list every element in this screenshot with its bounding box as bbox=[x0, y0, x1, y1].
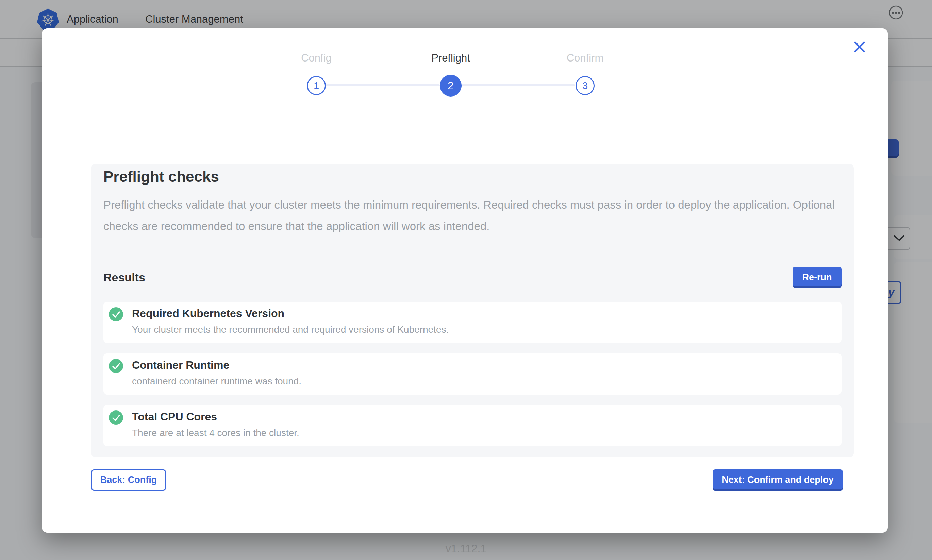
check-description: Your cluster meets the recommended and r… bbox=[132, 324, 449, 335]
close-icon[interactable] bbox=[852, 39, 868, 55]
check-title: Total CPU Cores bbox=[132, 411, 217, 423]
step-circle-2[interactable]: 2 bbox=[440, 75, 461, 97]
next-confirm-deploy-button[interactable]: Next: Confirm and deploy bbox=[713, 469, 843, 491]
step-circle-1[interactable]: 1 bbox=[307, 76, 326, 95]
check-pass-icon bbox=[109, 359, 123, 373]
modal-title: Preflight checks bbox=[103, 168, 219, 185]
step-label-config: Config bbox=[265, 52, 367, 64]
modal-description: Preflight checks validate that your clus… bbox=[103, 194, 841, 237]
step-circle-3[interactable]: 3 bbox=[576, 76, 594, 95]
check-title: Container Runtime bbox=[132, 359, 229, 371]
stepper-connector bbox=[326, 84, 440, 86]
results-heading: Results bbox=[103, 267, 145, 288]
step-label-preflight: Preflight bbox=[400, 52, 502, 64]
check-pass-icon bbox=[109, 411, 123, 425]
rerun-button[interactable]: Re-run bbox=[793, 267, 841, 288]
preflight-modal: Config Preflight Confirm 1 2 3 Preflight… bbox=[42, 28, 888, 533]
check-description: There are at least 4 cores in the cluste… bbox=[132, 428, 299, 438]
back-config-button[interactable]: Back: Config bbox=[91, 469, 166, 491]
step-label-confirm: Confirm bbox=[534, 52, 636, 64]
check-result-card: Required Kubernetes Version Your cluster… bbox=[103, 302, 841, 343]
check-description: containerd container runtime was found. bbox=[132, 376, 301, 387]
check-pass-icon bbox=[109, 307, 123, 322]
page: Application Cluster Management 0 bbox=[0, 0, 932, 560]
check-result-card: Container Runtime containerd container r… bbox=[103, 354, 841, 394]
stepper-connector bbox=[461, 84, 575, 86]
check-title: Required Kubernetes Version bbox=[132, 307, 284, 320]
check-result-card: Total CPU Cores There are at least 4 cor… bbox=[103, 405, 841, 446]
